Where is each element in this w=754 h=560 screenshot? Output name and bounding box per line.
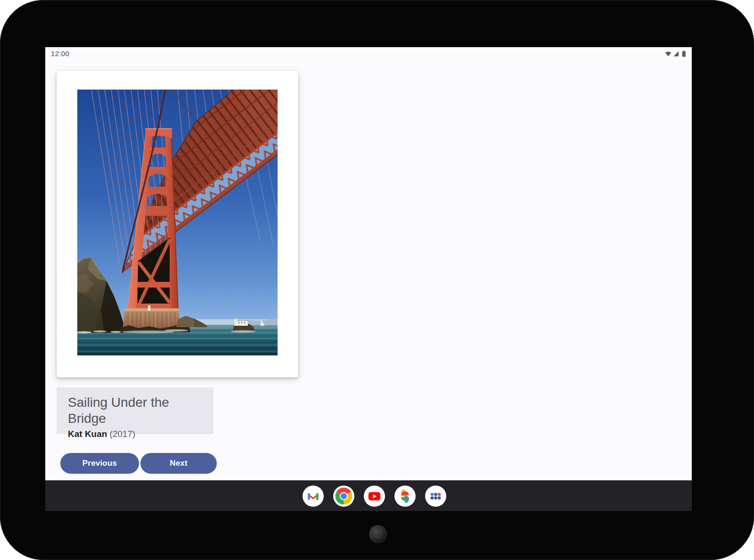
chrome-app-button[interactable]	[333, 486, 354, 507]
artwork-title: Sailing Under the Bridge	[68, 395, 202, 427]
taskbar	[45, 480, 692, 511]
app-drawer-button[interactable]	[425, 486, 446, 507]
status-bar: 12:00	[45, 47, 692, 61]
artwork-artist: Kat Kuan	[68, 429, 107, 439]
artwork-card	[57, 71, 298, 378]
gmail-icon	[303, 486, 324, 507]
battery-icon	[682, 50, 686, 57]
front-camera	[369, 525, 387, 543]
youtube-app-button[interactable]	[364, 486, 385, 507]
photos-icon	[394, 486, 416, 507]
previous-button[interactable]: Previous	[60, 453, 139, 474]
status-icons	[664, 50, 689, 58]
app-screen: 12:00	[45, 47, 692, 511]
signal-icon	[674, 51, 679, 57]
artwork-byline: Kat Kuan(2017)	[68, 429, 202, 439]
youtube-icon	[364, 486, 385, 507]
artwork-image	[77, 90, 278, 355]
app-drawer-icon	[425, 486, 446, 507]
artwork-year: (2017)	[109, 429, 135, 439]
gmail-app-button[interactable]	[303, 486, 324, 507]
dock	[303, 486, 446, 507]
wifi-icon	[665, 52, 672, 57]
status-time: 12:00	[51, 49, 69, 58]
artwork-caption: Sailing Under the Bridge Kat Kuan(2017)	[57, 387, 213, 434]
chrome-icon	[333, 486, 354, 507]
tablet-device-frame: 12:00	[0, 0, 754, 560]
photos-app-button[interactable]	[394, 486, 416, 507]
next-button[interactable]: Next	[140, 453, 217, 474]
